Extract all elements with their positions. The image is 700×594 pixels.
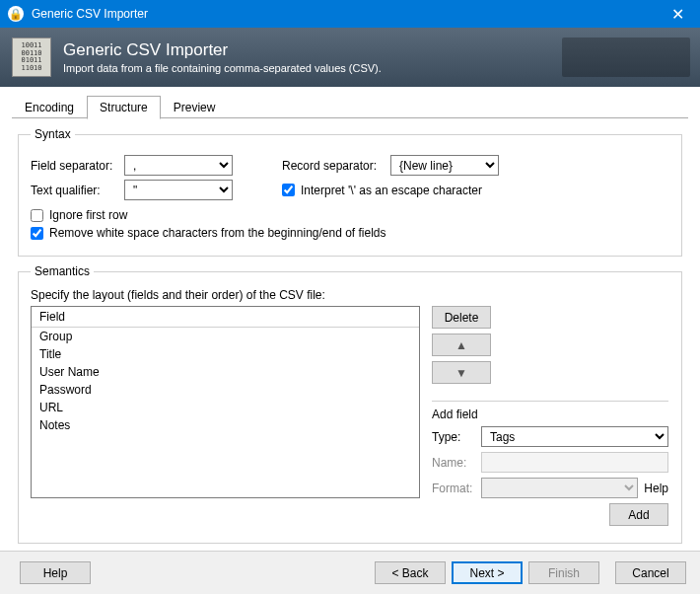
add-field-title: Add field <box>432 408 668 421</box>
tab-strip: Encoding Structure Preview <box>0 95 700 119</box>
format-select <box>481 478 638 498</box>
help-button[interactable]: Help <box>20 561 91 584</box>
titlebar: 🔒 Generic CSV Importer ✕ <box>0 0 700 28</box>
list-item[interactable]: Notes <box>32 416 419 434</box>
cancel-button[interactable]: Cancel <box>615 561 686 584</box>
tab-encoding[interactable]: Encoding <box>12 96 87 119</box>
move-up-button[interactable]: ▲ <box>432 334 491 356</box>
semantics-legend: Semantics <box>31 264 94 278</box>
csv-file-icon: 10011 00110 01011 11010 <box>12 37 51 77</box>
next-button[interactable]: Next > <box>452 561 523 584</box>
trim-whitespace-checkbox[interactable] <box>31 227 43 240</box>
format-help-link[interactable]: Help <box>644 482 668 495</box>
page-title: Generic CSV Importer <box>63 40 382 60</box>
delete-button[interactable]: Delete <box>432 306 491 329</box>
list-item[interactable]: Title <box>32 345 419 363</box>
back-button[interactable]: < Back <box>375 561 446 584</box>
ignore-first-row-label: Ignore first row <box>49 208 127 222</box>
fields-listbox[interactable]: Field Group Title User Name Password URL… <box>31 306 420 498</box>
semantics-description: Specify the layout (fields and their ord… <box>31 288 669 302</box>
escape-checkbox[interactable] <box>282 184 295 196</box>
fields-list-header: Field <box>32 307 419 328</box>
type-select[interactable]: Tags <box>481 426 668 447</box>
field-separator-label: Field separator: <box>31 159 124 173</box>
ignore-first-row-checkbox[interactable] <box>31 209 43 222</box>
header-band: 10011 00110 01011 11010 Generic CSV Impo… <box>0 28 700 87</box>
footer: Help < Back Next > Finish Cancel <box>0 551 700 594</box>
app-icon: 🔒 <box>8 6 24 22</box>
list-item[interactable]: User Name <box>32 363 419 381</box>
close-button[interactable]: ✕ <box>656 0 700 28</box>
name-input <box>481 452 668 473</box>
format-label: Format: <box>432 482 481 495</box>
syntax-legend: Syntax <box>31 127 75 141</box>
move-down-button[interactable]: ▼ <box>432 361 491 384</box>
trim-whitespace-label: Remove white space characters from the b… <box>49 226 386 240</box>
semantics-group: Semantics Specify the layout (fields and… <box>18 264 682 544</box>
window-title: Generic CSV Importer <box>32 7 656 21</box>
type-label: Type: <box>432 430 481 444</box>
tab-preview[interactable]: Preview <box>161 96 229 119</box>
syntax-group: Syntax Field separator: , Record separat… <box>18 127 682 257</box>
record-separator-label: Record separator: <box>282 159 390 173</box>
add-button[interactable]: Add <box>609 503 668 526</box>
chevron-down-icon: ▼ <box>455 366 467 380</box>
list-item[interactable]: Password <box>32 381 419 399</box>
field-separator-select[interactable]: , <box>124 155 233 176</box>
header-decoration <box>562 37 690 77</box>
text-qualifier-select[interactable]: " <box>124 180 233 200</box>
tab-structure[interactable]: Structure <box>87 96 161 119</box>
finish-button: Finish <box>528 561 599 584</box>
record-separator-select[interactable]: {New line} <box>390 155 499 176</box>
text-qualifier-label: Text qualifier: <box>31 184 124 197</box>
escape-label: Interpret '\' as an escape character <box>301 184 482 197</box>
page-subtitle: Import data from a file containing comma… <box>63 62 382 74</box>
name-label: Name: <box>432 456 481 470</box>
list-item[interactable]: Group <box>32 328 419 345</box>
list-item[interactable]: URL <box>32 399 419 416</box>
chevron-up-icon: ▲ <box>455 338 467 352</box>
